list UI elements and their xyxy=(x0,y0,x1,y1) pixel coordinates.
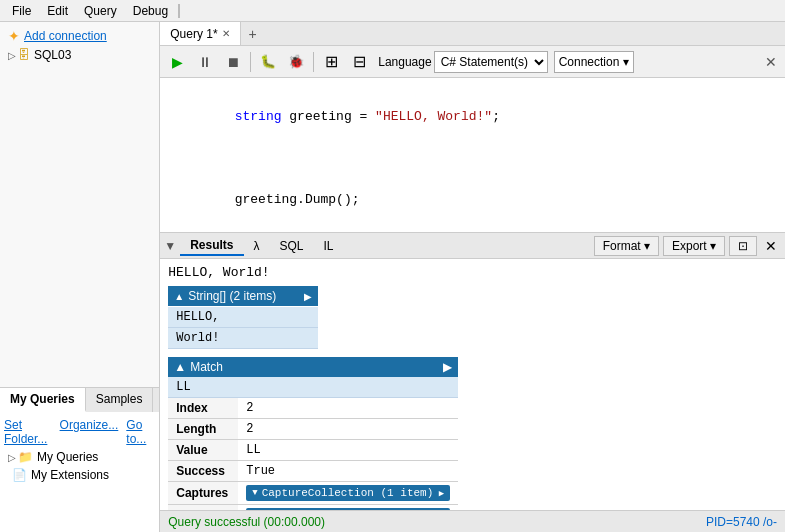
my-queries-label: My Queries xyxy=(37,450,98,464)
success-value: True xyxy=(238,461,458,482)
results-actions: Format ▾ Export ▾ ⊡ ✕ xyxy=(594,236,781,256)
table-row: Success True xyxy=(168,461,458,482)
format-button[interactable]: Format ▾ xyxy=(594,236,659,256)
results-tab-lambda[interactable]: λ xyxy=(244,237,270,255)
run-button[interactable]: ▶ xyxy=(164,50,190,74)
captures-arrow-right: ▶ xyxy=(439,488,444,499)
stop-button[interactable]: ⏹ xyxy=(220,50,246,74)
results-tab-bar: ▼ Results λ SQL IL Format ▾ Export ▾ ⊡ ✕ xyxy=(160,233,785,259)
folder-icon: 📁 xyxy=(18,450,33,464)
export-button[interactable]: Export ▾ xyxy=(663,236,725,256)
success-label: Success xyxy=(168,461,238,482)
sql03-label: SQL03 xyxy=(34,48,71,62)
results-tab-sql[interactable]: SQL xyxy=(270,237,314,255)
menu-separator xyxy=(178,4,180,18)
add-connection-label[interactable]: Add connection xyxy=(24,29,107,43)
grid-button-2[interactable]: ⊟ xyxy=(346,50,372,74)
debug-button-1[interactable]: 🐛 xyxy=(255,50,281,74)
language-label: Language xyxy=(378,55,431,69)
right-panel: Query 1* ✕ + ▶ ⏸ ⏹ 🐛 🐞 ⊞ ⊟ Language C# S… xyxy=(160,22,785,532)
toolbar: ▶ ⏸ ⏹ 🐛 🐞 ⊞ ⊟ Language C# Statement(s) C… xyxy=(160,46,785,78)
match-arrow-right: ▶ xyxy=(443,360,452,374)
query-tab-1-label: Query 1* xyxy=(170,27,217,41)
code-line-2 xyxy=(172,148,773,169)
string-array-arrow-right: ▶ xyxy=(304,291,312,302)
connection-dropdown-icon: ▾ xyxy=(623,55,629,69)
menu-debug[interactable]: Debug xyxy=(125,2,176,20)
table-row: Value LL xyxy=(168,440,458,461)
code-editor[interactable]: string greeting = "HELLO, World!"; greet… xyxy=(160,78,785,233)
link-row: Set Folder... Organize... Go to... xyxy=(4,416,155,448)
menu-bar: File Edit Query Debug xyxy=(0,0,785,22)
table-row: Captures ▼ CaptureCollection (1 item) ▶ xyxy=(168,482,458,505)
language-dropdown[interactable]: C# Statement(s) xyxy=(434,51,548,73)
length-label: Length xyxy=(168,419,238,440)
left-bottom-content: Set Folder... Organize... Go to... ▷ 📁 M… xyxy=(0,412,159,532)
new-tab-button[interactable]: + xyxy=(241,24,265,44)
my-extensions-label: My Extensions xyxy=(31,468,109,482)
left-top: ✦ Add connection ▷ 🗄 SQL03 xyxy=(0,22,159,387)
captures-value: ▼ CaptureCollection (1 item) ▶ xyxy=(238,482,458,505)
captures-label-text: CaptureCollection (1 item) xyxy=(262,487,434,499)
query-tab-bar: Query 1* ✕ + xyxy=(160,22,785,46)
status-right: PID=5740 /o- xyxy=(706,515,777,529)
code-line-4: greeting.Split().Dump(); xyxy=(172,232,773,233)
my-extensions-item[interactable]: 📄 My Extensions xyxy=(4,466,155,484)
tab-my-queries[interactable]: My Queries xyxy=(0,388,86,412)
connection-label: Connection xyxy=(559,55,620,69)
match-table: Index 2 Length 2 Value LL Success xyxy=(168,398,458,510)
match-value: LL xyxy=(168,377,458,398)
captures-expand[interactable]: ▼ CaptureCollection (1 item) ▶ xyxy=(246,485,450,501)
tb-sep-1 xyxy=(250,52,251,72)
left-tab-bar: My Queries Samples xyxy=(0,388,159,412)
db-icon: 🗄 xyxy=(18,48,30,62)
results-collapse-icon[interactable]: ▼ xyxy=(164,239,176,253)
organize-link[interactable]: Organize... xyxy=(60,418,119,446)
left-bottom: My Queries Samples Set Folder... Organiz… xyxy=(0,387,159,532)
maximize-button[interactable]: ⊡ xyxy=(729,236,757,256)
results-content: HELLO, World! ▲ String[] (2 items) ▶ HEL… xyxy=(160,259,785,510)
sql03-item[interactable]: ▷ 🗄 SQL03 xyxy=(4,46,155,64)
tab-samples[interactable]: Samples xyxy=(86,388,154,412)
string-array-header[interactable]: ▲ String[] (2 items) ▶ xyxy=(168,286,318,306)
results-area: ▼ Results λ SQL IL Format ▾ Export ▾ ⊡ ✕… xyxy=(160,233,785,510)
captures-arrow: ▼ xyxy=(252,488,257,498)
set-folder-link[interactable]: Set Folder... xyxy=(4,418,52,446)
results-tab-results[interactable]: Results xyxy=(180,236,243,256)
results-tab-il[interactable]: IL xyxy=(314,237,344,255)
connection-button[interactable]: Connection ▾ xyxy=(554,51,635,73)
menu-file[interactable]: File xyxy=(4,2,39,20)
toolbar-close-button[interactable]: ✕ xyxy=(761,54,781,70)
string-item-1: World! xyxy=(168,328,318,349)
debug-button-2[interactable]: 🐞 xyxy=(283,50,309,74)
tb-sep-2 xyxy=(313,52,314,72)
language-select-area: Language C# Statement(s) xyxy=(378,51,547,73)
extensions-icon: 📄 xyxy=(12,468,27,482)
folder-expand-icon: ▷ xyxy=(8,452,16,463)
match-header[interactable]: ▲ Match ▶ xyxy=(168,357,458,377)
menu-edit[interactable]: Edit xyxy=(39,2,76,20)
status-bar: Query successful (00:00.000) PID=5740 /o… xyxy=(160,510,785,532)
grid-button-1[interactable]: ⊞ xyxy=(318,50,344,74)
results-close-button[interactable]: ✕ xyxy=(761,238,781,254)
plain-result: HELLO, World! xyxy=(168,263,777,286)
string-item-0: HELLO, xyxy=(168,307,318,328)
captures-label: Captures xyxy=(168,482,238,505)
menu-query[interactable]: Query xyxy=(76,2,125,20)
go-to-link[interactable]: Go to... xyxy=(126,418,155,446)
status-text: Query successful (00:00.000) xyxy=(168,515,706,529)
pause-button[interactable]: ⏸ xyxy=(192,50,218,74)
string-array-label: String[] (2 items) xyxy=(188,289,276,303)
add-connection-item[interactable]: ✦ Add connection xyxy=(4,26,155,46)
query-tab-1-close[interactable]: ✕ xyxy=(222,28,230,39)
length-value: 2 xyxy=(238,419,458,440)
my-queries-folder[interactable]: ▷ 📁 My Queries xyxy=(4,448,155,466)
main-container: ✦ Add connection ▷ 🗄 SQL03 My Queries Sa… xyxy=(0,22,785,532)
query-tab-1[interactable]: Query 1* ✕ xyxy=(160,22,240,45)
value-label: Value xyxy=(168,440,238,461)
match-label: Match xyxy=(190,360,223,374)
expand-icon: ▷ xyxy=(8,50,16,61)
star-icon: ✦ xyxy=(8,28,20,44)
string-array-items: HELLO, World! xyxy=(168,307,318,349)
index-label: Index xyxy=(168,398,238,419)
